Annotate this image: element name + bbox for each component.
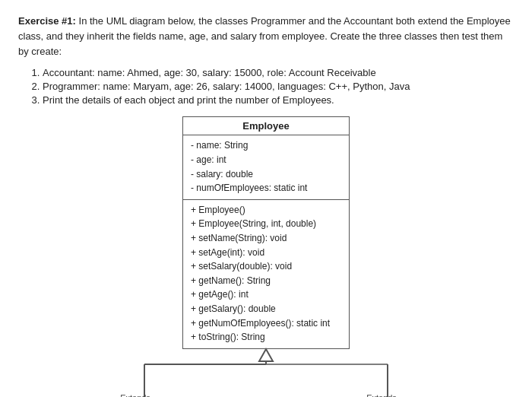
svg-marker-3 (259, 349, 273, 361)
employee-method-3: + setAge(int): void (191, 246, 341, 260)
employee-title: Employee (183, 117, 349, 135)
arrows-svg: Extends Extends (53, 349, 479, 397)
exercise-item-1: Accountant: name: Ahmed, age: 30, salary… (43, 67, 514, 78)
exercise-item-2: Programmer: name: Maryam, age: 26, salar… (43, 81, 514, 92)
employee-field-2: - salary: double (191, 167, 341, 182)
employee-field-3: - numOfEmployees: static int (191, 181, 341, 195)
employee-method-2: + setName(String): void (191, 231, 341, 246)
extends-left-label: Extends (120, 393, 150, 397)
employee-method-7: + getSalary(): double (191, 302, 341, 316)
employee-field-1: - age: int (191, 153, 341, 167)
exercise-section: Exercise #1: In the UML diagram below, t… (18, 14, 514, 106)
uml-diagram: Employee - name: String - age: int - sal… (18, 116, 514, 397)
employee-fields: - name: String - age: int - salary: doub… (183, 135, 349, 199)
employee-method-5: + getName(): String (191, 274, 341, 288)
exercise-intro: In the UML diagram below, the classes Pr… (18, 15, 511, 57)
exercise-item-3: Print the details of each object and pri… (43, 94, 514, 106)
employee-method-0: + Employee() (191, 203, 341, 218)
exercise-title: Exercise #1: (18, 15, 76, 27)
employee-methods: + Employee() + Employee(String, int, dou… (183, 200, 349, 348)
employee-method-8: + getNumOfEmployees(): static int (191, 316, 341, 331)
exercise-list: Accountant: name: Ahmed, age: 30, salary… (43, 67, 514, 106)
employee-method-6: + getAge(): int (191, 287, 341, 302)
employee-method-1: + Employee(String, int, double) (191, 217, 341, 231)
employee-field-0: - name: String (191, 138, 341, 153)
employee-method-4: + setSalary(double): void (191, 259, 341, 274)
employee-class-box: Employee - name: String - age: int - sal… (182, 116, 350, 348)
employee-method-9: + toString(): String (191, 330, 341, 345)
extends-right-label: Extends (366, 393, 397, 397)
